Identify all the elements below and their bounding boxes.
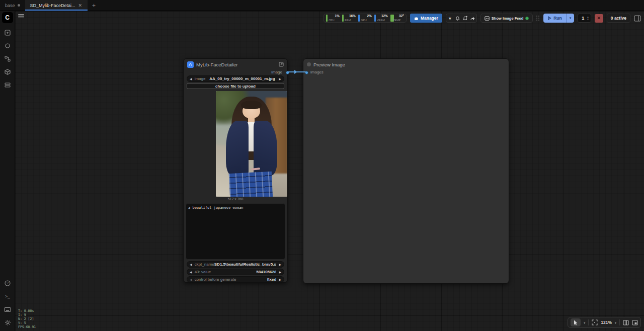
node-preview-header[interactable]: Preview Image [303,59,509,70]
model-library-icon [4,68,11,75]
sidebar-item-help[interactable]: ? [0,277,15,290]
node-image-preview[interactable] [216,91,287,197]
manager-label: Manager [421,16,438,21]
canvas-render-stats: T: 0.00s I: 9 N: 2 [2] V: 5 FPS:60.91 [18,309,36,329]
sidebar-item-assets[interactable] [0,39,15,52]
input-slot-images: images [310,70,324,75]
unsaved-dot-icon [18,4,20,7]
combo-right-arrow-icon[interactable]: ▶ [279,77,281,80]
minimap-icon[interactable] [632,320,638,325]
image-combo-widget[interactable]: ◀ image AA_05_try_00000_m_00001_m.jpg ▶ [187,75,284,82]
sidebar-item-model-library[interactable] [0,65,15,78]
run-button-group: Run ▾ [543,14,574,23]
collapse-dot-icon[interactable] [307,62,311,66]
alerts-button[interactable] [461,15,469,22]
tab-active-workflow[interactable]: SD_Mylib-FaceDetai... ✕ [25,0,88,11]
prompt-textarea[interactable]: a beautiful japanese woman [186,203,285,260]
manager-quick-buttons: ★ [446,14,477,23]
gpu-value: 2% [367,14,371,18]
tool-caret-icon[interactable]: ▾ [584,321,585,324]
toolbar-drag-handle[interactable] [536,16,540,21]
sidebar-item-terminal[interactable]: >_ [0,290,15,303]
queue-icon [4,81,11,89]
manager-button[interactable]: Manager [410,14,442,23]
batch-count-stepper[interactable]: 1 ▴▾ [578,14,591,23]
run-options-caret[interactable]: ▾ [566,14,575,23]
stepper-arrows-icon[interactable]: ▴▾ [587,16,589,21]
cpu-bar [326,15,328,22]
notifications-button[interactable] [454,15,461,22]
feed-toggle-badge [525,17,529,20]
node-facedetailer-header[interactable]: MyLib-FaceDetailer [184,59,287,70]
sidebar-item-workflows[interactable] [0,26,15,39]
select-tool-button[interactable] [571,318,581,326]
gpu-monitor: 2% GPU [357,14,373,22]
image-icon [485,16,490,21]
bell-icon [455,16,460,21]
node-preview-title: Preview Image [313,62,505,67]
combo-left-arrow-icon[interactable]: ◀ [190,263,192,266]
node-library-icon [4,55,11,62]
image-widget-value: AA_05_try_00000_m_00001_m.jpg [209,76,275,81]
close-tab-icon[interactable]: ✕ [78,3,83,8]
combo-left-arrow-icon[interactable]: ◀ [190,278,192,281]
batch-count-value: 1 [580,16,586,21]
sidebar-item-node-library[interactable] [0,52,15,65]
show-image-feed-button[interactable]: Show Image Feed [480,14,533,23]
play-icon [547,16,551,20]
upload-button-label: choose file to upload [215,84,256,89]
cursor-icon [574,320,578,325]
clear-queue-button[interactable]: ✕ [595,14,603,23]
zoom-level-label[interactable]: 121% [601,320,612,325]
ckpt-combo-widget[interactable]: ◀ ckpt_name SD1.5\beautifulRealistic_bra… [187,261,284,268]
vram-bar [374,15,376,22]
temp-value: 32° [399,14,404,18]
output-slot-image: image [271,70,282,75]
output-slot-image-label: image [271,70,282,74]
puzzle-icon [414,16,419,21]
node-preview-image[interactable]: Preview Image images [303,58,509,284]
gpu-label: GPU [361,19,367,22]
number-left-arrow-icon[interactable]: ◀ [190,270,192,274]
control-widget-value: fixed [267,277,277,282]
temp-label: TEMP [393,19,400,22]
combo-right-arrow-icon[interactable]: ▶ [279,278,281,281]
node-facedetailer[interactable]: MyLib-FaceDetailer image ◀ image AA_05_t… [183,58,288,283]
layout-columns-icon[interactable] [623,320,629,325]
zoom-caret-icon[interactable]: ▾ [615,321,616,324]
active-jobs-badge: 0 active [607,14,630,23]
upload-button[interactable]: choose file to upload [187,83,284,89]
graph-canvas[interactable]: 1% CPU 16% RAM 2% GPU 12% VRAM 32° T [15,11,644,331]
control-combo-widget[interactable]: ◀ control before generate fixed ▶ [187,276,284,283]
new-tab-button[interactable]: + [88,0,100,11]
keyboard-icon [4,307,11,312]
sidebar-item-settings[interactable] [0,316,15,329]
combo-left-arrow-icon[interactable]: ◀ [190,77,192,80]
left-sidebar: C ? >_ [0,11,15,331]
panel-toggle-icon[interactable] [634,15,641,22]
number-right-arrow-icon[interactable]: ▶ [279,270,281,274]
show-image-feed-label: Show Image Feed [492,16,523,21]
help-icon: ? [4,280,11,287]
combo-right-arrow-icon[interactable]: ▶ [279,263,281,266]
open-subgraph-icon[interactable] [279,62,284,67]
sidebar-item-shortcuts[interactable] [0,303,15,316]
tab-base[interactable]: base [0,0,25,11]
active-jobs-label: 0 active [611,16,626,21]
workflows-icon [4,29,11,36]
top-toolbar: 1% CPU 16% RAM 2% GPU 12% VRAM 32° T [324,14,641,23]
run-button[interactable]: Run [543,14,566,23]
comfyui-logo[interactable]: C [2,12,13,23]
vram-monitor: 12% VRAM [373,14,389,22]
sidebar-item-queue[interactable] [0,78,15,92]
seed-number-widget[interactable]: ◀ 43: value 584105628 ▶ [187,269,284,275]
hamburger-menu-button[interactable] [18,13,25,19]
share-button[interactable] [469,15,476,22]
gpu-bar [358,15,360,22]
ckpt-widget-value: SD1.5\beautifulRealistic_brav5.safetenso… [214,262,277,267]
vram-label: VRAM [377,19,385,22]
share-arrow-icon [470,16,475,21]
star-button[interactable]: ★ [446,15,454,22]
canvas-controls-toolbar: ▾ 121% ▾ [568,317,641,328]
fit-view-icon[interactable] [592,319,598,325]
